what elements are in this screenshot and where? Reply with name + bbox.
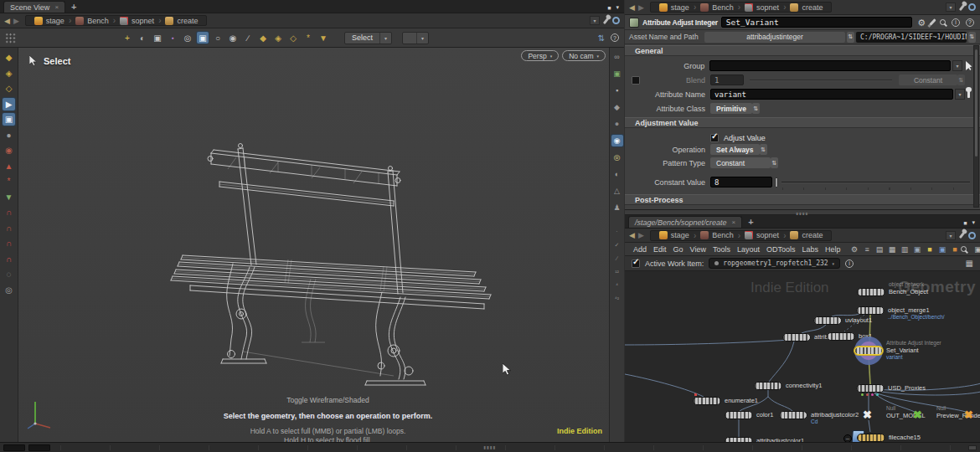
- back-icon[interactable]: ◀: [629, 3, 635, 12]
- select-visible-icon[interactable]: ◆: [257, 32, 269, 44]
- magnet-box-icon[interactable]: ∩: [3, 206, 15, 218]
- stepper-icon[interactable]: ⇅: [752, 103, 760, 114]
- node-connectivity1[interactable]: [754, 382, 782, 390]
- collapse-badge-icon[interactable]: –: [843, 434, 852, 442]
- viewport[interactable]: Select Persp ▾ No cam ▾ Toggle Wireframe…: [18, 48, 609, 442]
- menu-view[interactable]: View: [687, 245, 709, 254]
- breadcrumb-item-Bench[interactable]: Bench: [696, 231, 738, 239]
- section-general[interactable]: General: [625, 45, 980, 56]
- select-tool-icon[interactable]: ▶: [3, 98, 15, 110]
- select-geometry-icon[interactable]: [966, 61, 973, 70]
- node-proxy_null[interactable]: ✖: [964, 409, 973, 420]
- stepper-icon[interactable]: ⇅: [771, 157, 778, 168]
- task-grid-icon[interactable]: ▦: [966, 259, 973, 268]
- node-attribdelete1[interactable]: [782, 333, 811, 342]
- node-bench_object[interactable]: [857, 288, 885, 296]
- select-mode-dropdown[interactable]: Select ▾: [344, 32, 392, 44]
- pattern-type-dropdown[interactable]: Constant: [710, 157, 771, 168]
- node-uvlayout1[interactable]: [813, 316, 842, 325]
- pane-maximize-icon[interactable]: ■: [963, 220, 967, 226]
- lasso-select-icon[interactable]: ○: [212, 32, 224, 44]
- display-options-icon[interactable]: △: [611, 185, 623, 197]
- menu-edit[interactable]: Edit: [650, 245, 670, 254]
- pin-icon[interactable]: [959, 232, 965, 239]
- brush-icon[interactable]: [929, 18, 936, 26]
- lock-camera-icon[interactable]: ▪: [611, 85, 623, 96]
- pick-attribute-icon[interactable]: [967, 91, 970, 98]
- snapshot-view-icon[interactable]: ▣: [913, 244, 922, 254]
- show-handles-icon[interactable]: +: [121, 32, 133, 44]
- menu-go[interactable]: Go: [670, 245, 687, 254]
- rbd-impact-icon[interactable]: ◉: [3, 144, 15, 157]
- back-icon[interactable]: ◀: [4, 17, 10, 25]
- breadcrumb-item-Bench[interactable]: Bench: [696, 3, 738, 12]
- attribute-class-dropdown[interactable]: Primitive: [710, 103, 752, 114]
- node-name-field[interactable]: Set_Variant: [721, 17, 912, 28]
- select-loop-icon[interactable]: *: [302, 32, 314, 44]
- breadcrumb-item-create[interactable]: create: [786, 3, 827, 12]
- crowd-icon[interactable]: ▼: [3, 191, 15, 203]
- prim-numbers-icon[interactable]: ⁴: [612, 280, 622, 290]
- node-filecache15[interactable]: [857, 434, 885, 442]
- headlight-icon[interactable]: ◉: [611, 135, 623, 146]
- group-field[interactable]: [709, 60, 951, 71]
- blend-mode-dropdown[interactable]: Constant: [899, 74, 957, 85]
- breadcrumb-item-stage[interactable]: stage: [30, 17, 69, 25]
- help-icon[interactable]: ?: [966, 18, 974, 27]
- breadcrumb-item-stage[interactable]: stage: [655, 231, 694, 239]
- rbd-sphere-icon[interactable]: ●: [3, 129, 15, 141]
- points-display-icon[interactable]: ·: [612, 227, 622, 236]
- asset-name-select[interactable]: attribadjustinteger: [704, 32, 845, 43]
- blend-field[interactable]: 1: [710, 74, 744, 85]
- paint-select-icon[interactable]: ◉: [227, 32, 239, 44]
- asset-path-select[interactable]: C:/PROGRA~1/SIDEEF~1/HOUDIN~1.584/houdin…: [856, 32, 967, 43]
- pin-view-icon[interactable]: ◆: [611, 101, 623, 113]
- material-sphere-icon[interactable]: ●: [611, 118, 623, 130]
- point-numbers-icon[interactable]: ¹²: [612, 267, 622, 276]
- pane-menu-icon[interactable]: ▾: [616, 4, 619, 11]
- node-usd_proxies[interactable]: [856, 384, 885, 393]
- stepper-icon[interactable]: ⇅: [847, 32, 854, 43]
- sticky-note-icon[interactable]: ■: [926, 244, 935, 254]
- breadcrumb-item-sopnet[interactable]: sopnet: [740, 231, 783, 239]
- menu-help[interactable]: Help: [822, 245, 844, 254]
- path-dropdown-icon[interactable]: ▾: [590, 16, 600, 25]
- high-quality-light-icon[interactable]: ◎: [611, 152, 623, 163]
- grid-view-icon[interactable]: ▦: [888, 244, 897, 254]
- box-select-icon[interactable]: ▣: [197, 32, 209, 44]
- wrench-icon[interactable]: ⚙: [850, 244, 859, 254]
- constant-value-slider-handle[interactable]: [775, 177, 778, 187]
- search-icon[interactable]: [961, 246, 967, 252]
- node-box1[interactable]: [827, 332, 855, 341]
- node-enumerate1[interactable]: [693, 397, 721, 405]
- pin-icon[interactable]: [603, 17, 609, 23]
- pose-tool-icon[interactable]: ◆: [3, 51, 15, 64]
- stepper-icon[interactable]: ⇅: [760, 144, 767, 155]
- pane-menu-icon[interactable]: ▾: [972, 219, 975, 226]
- character-tool-icon[interactable]: ◈: [3, 67, 15, 80]
- tile-view-icon[interactable]: ▥: [900, 244, 910, 254]
- menu-labs[interactable]: Labs: [798, 245, 822, 254]
- timeline-ruler[interactable]: [60, 445, 977, 450]
- select-fully-icon[interactable]: ◇: [287, 32, 299, 44]
- help-icon[interactable]: ?: [611, 33, 619, 42]
- constant-value-field[interactable]: 8: [710, 177, 772, 187]
- forward-icon[interactable]: ▶: [638, 3, 644, 12]
- menu-layout[interactable]: Layout: [734, 245, 763, 254]
- link-circle-icon[interactable]: [612, 17, 620, 24]
- forward-icon[interactable]: ▶: [638, 231, 644, 239]
- laser-select-icon[interactable]: ∕: [242, 32, 254, 44]
- breadcrumb-item-create[interactable]: create: [786, 231, 827, 239]
- network-box-icon[interactable]: ■: [951, 244, 960, 254]
- character-pose-icon[interactable]: ♟: [611, 202, 623, 213]
- path-dropdown-icon[interactable]: ▾: [946, 3, 956, 12]
- frame-field[interactable]: [3, 444, 25, 451]
- playbar[interactable]: ▮▮▮▮: [0, 442, 980, 452]
- breadcrumb-item-stage[interactable]: stage: [655, 3, 694, 12]
- background-image-icon[interactable]: ▣: [938, 244, 947, 254]
- select-contained-icon[interactable]: ◈: [272, 32, 284, 44]
- snapshot-icon[interactable]: ▣: [611, 68, 623, 80]
- blend-slider[interactable]: [750, 80, 892, 81]
- breadcrumb-item-Bench[interactable]: Bench: [71, 17, 113, 25]
- scene-view-tab[interactable]: Scene View ×: [3, 1, 65, 13]
